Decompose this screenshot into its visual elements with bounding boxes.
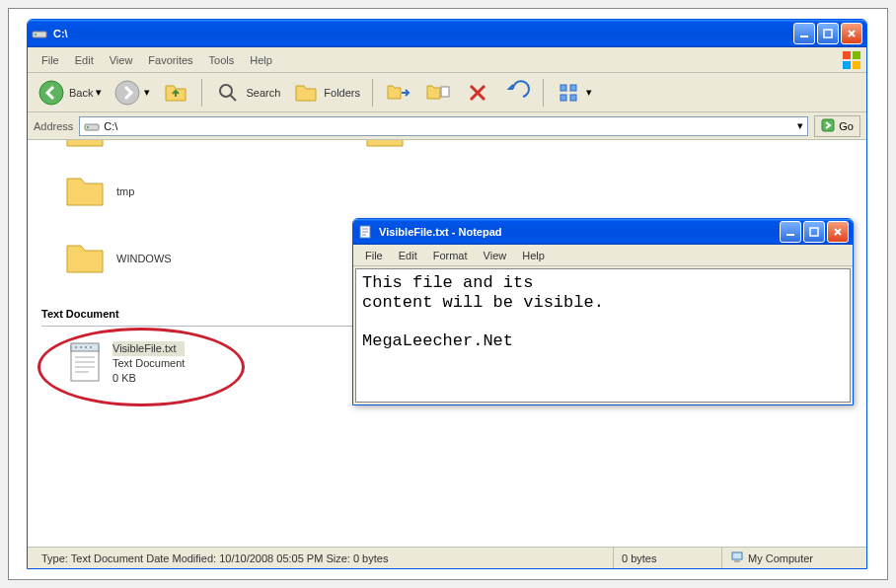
statusbar: Type: Text Document Date Modified: 10/10… bbox=[28, 547, 866, 568]
move-to-button[interactable] bbox=[381, 76, 416, 110]
drive-icon bbox=[84, 118, 100, 134]
close-button[interactable] bbox=[827, 221, 849, 243]
notepad-window: VisibleFile.txt - Notepad File Edit Form… bbox=[352, 218, 854, 405]
address-label: Address bbox=[34, 120, 73, 132]
menu-tools[interactable]: Tools bbox=[201, 51, 243, 69]
views-button[interactable]: ▾ bbox=[552, 76, 596, 110]
svg-rect-18 bbox=[822, 119, 834, 131]
address-input[interactable]: C:\ ▾ bbox=[79, 116, 808, 136]
menu-view[interactable]: View bbox=[476, 248, 515, 263]
svg-rect-14 bbox=[560, 95, 566, 101]
menu-view[interactable]: View bbox=[102, 51, 141, 69]
move-to-icon bbox=[385, 79, 412, 107]
file-size: 0 KB bbox=[112, 371, 185, 386]
notepad-titlebar[interactable]: VisibleFile.txt - Notepad bbox=[353, 219, 853, 245]
back-label: Back bbox=[69, 87, 93, 99]
svg-rect-12 bbox=[560, 85, 566, 91]
maximize-button[interactable] bbox=[803, 221, 825, 243]
back-button[interactable]: Back ▾ bbox=[34, 76, 106, 110]
menu-file[interactable]: File bbox=[34, 51, 67, 69]
explorer-menubar: File Edit View Favorites Tools Help bbox=[28, 47, 866, 73]
close-button[interactable] bbox=[841, 23, 862, 44]
notepad-content[interactable]: This file and its content will be visibl… bbox=[355, 268, 851, 403]
folder-tmp[interactable]: tmp bbox=[63, 172, 134, 211]
svg-point-23 bbox=[85, 346, 87, 348]
svg-rect-4 bbox=[843, 51, 851, 59]
svg-rect-6 bbox=[843, 61, 851, 69]
svg-rect-15 bbox=[570, 95, 576, 101]
delete-button[interactable] bbox=[460, 76, 495, 110]
chevron-down-icon: ▾ bbox=[586, 86, 592, 99]
notepad-icon bbox=[357, 224, 373, 240]
svg-rect-1 bbox=[35, 34, 37, 36]
svg-rect-17 bbox=[87, 126, 89, 128]
folders-icon bbox=[292, 79, 320, 107]
status-bytes: 0 bytes bbox=[614, 548, 722, 568]
menu-help[interactable]: Help bbox=[514, 248, 553, 263]
outer-frame: C:\ File Edit View Favorites Tools Help … bbox=[8, 8, 888, 580]
toolbar-separator bbox=[201, 79, 202, 107]
search-label: Search bbox=[246, 87, 280, 99]
svg-point-24 bbox=[90, 346, 92, 348]
forward-button[interactable]: ▾ bbox=[110, 76, 154, 110]
folder-item[interactable] bbox=[363, 140, 407, 152]
svg-rect-36 bbox=[810, 228, 818, 236]
menu-format[interactable]: Format bbox=[425, 248, 476, 263]
toolbar-separator bbox=[543, 79, 544, 107]
back-icon bbox=[37, 79, 65, 107]
group-header: Text Document bbox=[41, 308, 119, 320]
svg-point-8 bbox=[39, 81, 63, 105]
windows-logo-icon bbox=[841, 49, 862, 71]
folder-item[interactable] bbox=[63, 140, 107, 152]
folder-label: WINDOWS bbox=[116, 253, 172, 264]
folders-label: Folders bbox=[324, 87, 360, 99]
folder-label: tmp bbox=[116, 185, 134, 197]
copy-to-button[interactable] bbox=[420, 76, 456, 110]
svg-rect-7 bbox=[853, 61, 860, 69]
text-file-icon bbox=[65, 341, 105, 385]
menu-favorites[interactable]: Favorites bbox=[140, 51, 200, 69]
folders-button[interactable]: Folders bbox=[288, 76, 364, 110]
window-controls bbox=[793, 23, 862, 44]
delete-icon bbox=[464, 79, 491, 107]
minimize-button[interactable] bbox=[793, 23, 815, 44]
svg-point-21 bbox=[75, 346, 77, 348]
menu-file[interactable]: File bbox=[357, 248, 391, 263]
file-name: VisibleFile.txt bbox=[112, 341, 185, 356]
folder-windows[interactable]: WINDOWS bbox=[63, 239, 172, 278]
up-button[interactable] bbox=[158, 76, 193, 110]
svg-rect-30 bbox=[734, 560, 740, 562]
folder-icon bbox=[63, 172, 107, 211]
go-label: Go bbox=[839, 120, 854, 132]
undo-button[interactable] bbox=[499, 76, 535, 110]
undo-icon bbox=[503, 79, 531, 107]
address-value: C:\ bbox=[104, 120, 117, 132]
addressbar: Address C:\ ▾ Go bbox=[28, 112, 866, 140]
menu-edit[interactable]: Edit bbox=[67, 51, 102, 69]
menu-edit[interactable]: Edit bbox=[391, 248, 425, 263]
status-location-label: My Computer bbox=[748, 552, 813, 564]
copy-to-icon bbox=[424, 79, 452, 107]
folder-up-icon bbox=[162, 79, 189, 107]
menu-help[interactable]: Help bbox=[242, 51, 280, 69]
status-location: My Computer bbox=[722, 548, 860, 568]
explorer-titlebar[interactable]: C:\ bbox=[28, 20, 866, 47]
folder-icon bbox=[63, 239, 107, 278]
notepad-menubar: File Edit Format View Help bbox=[353, 245, 853, 266]
forward-icon bbox=[113, 79, 141, 107]
go-button[interactable]: Go bbox=[814, 115, 860, 137]
file-info: VisibleFile.txt Text Document 0 KB bbox=[112, 341, 185, 386]
explorer-title: C:\ bbox=[53, 28, 793, 39]
svg-rect-11 bbox=[441, 87, 449, 97]
svg-point-22 bbox=[80, 346, 82, 348]
svg-rect-2 bbox=[800, 36, 808, 37]
search-button[interactable]: Search bbox=[210, 76, 284, 110]
chevron-down-icon: ▾ bbox=[96, 86, 102, 99]
file-visiblefile[interactable]: VisibleFile.txt Text Document 0 KB bbox=[65, 341, 185, 386]
search-icon bbox=[214, 79, 242, 107]
chevron-down-icon[interactable]: ▾ bbox=[797, 119, 803, 132]
explorer-toolbar: Back ▾ ▾ Search Folders ▾ bbox=[28, 73, 866, 112]
svg-point-9 bbox=[115, 81, 139, 105]
maximize-button[interactable] bbox=[817, 23, 839, 44]
minimize-button[interactable] bbox=[780, 221, 801, 243]
